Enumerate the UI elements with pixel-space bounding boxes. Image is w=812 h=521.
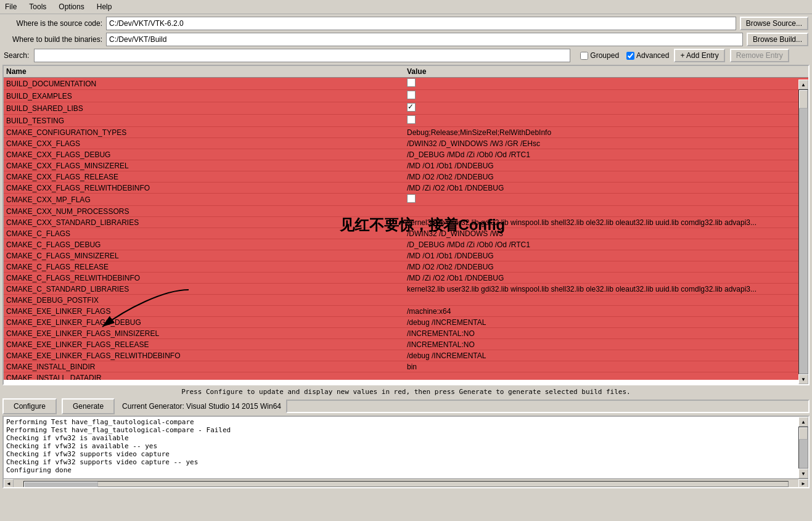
table-row[interactable]: CMAKE_C_FLAGS /DWIN32 /D_WINDOWS /W3: [4, 228, 808, 239]
table-cell-name: CMAKE_C_FLAGS_RELEASE: [6, 263, 407, 271]
scroll-thumb[interactable]: [799, 90, 808, 109]
build-input[interactable]: [106, 33, 743, 46]
log-scroll-track[interactable]: [798, 427, 808, 469]
scroll-down-arrow[interactable]: ▼: [798, 374, 808, 384]
menu-tools[interactable]: Tools: [27, 1, 49, 12]
table-row[interactable]: CMAKE_CONFIGURATION_TYPESDebug;Release;M…: [4, 127, 808, 138]
table-cell-name: CMAKE_CXX_NUM_PROCESSORS: [6, 207, 407, 216]
build-row: Where to build the binaries: Browse Buil…: [4, 33, 808, 46]
table-cell-name: CMAKE_EXE_LINKER_FLAGS_MINSIZEREL: [6, 329, 407, 338]
table-row[interactable]: CMAKE_CXX_FLAGS_DEBUG/D_DEBUG /MDd /Zi /…: [4, 149, 808, 160]
table-row[interactable]: CMAKE_EXE_LINKER_FLAGS_RELEASE/INCREMENT…: [4, 339, 808, 350]
table-cell-value: /debug /INCREMENTAL: [407, 318, 806, 327]
browse-source-button[interactable]: Browse Source...: [740, 17, 808, 30]
table-row[interactable]: CMAKE_EXE_LINKER_FLAGS_RELWITHDEBINFO/de…: [4, 350, 808, 361]
checkbox-icon[interactable]: [407, 78, 416, 87]
grouped-label: Grouped: [590, 51, 619, 60]
log-scroll-down[interactable]: ▼: [798, 469, 808, 478]
scroll-right-arrow[interactable]: ►: [798, 479, 808, 489]
table-row[interactable]: CMAKE_EXE_LINKER_FLAGS /machine:x64: [4, 306, 808, 317]
table-cell-name: BUILD_DOCUMENTATION: [6, 80, 407, 88]
scroll-up-arrow[interactable]: ▲: [798, 80, 808, 89]
table-row[interactable]: CMAKE_C_FLAGS_DEBUG/D_DEBUG /MDd /Zi /Ob…: [4, 239, 808, 250]
table-cell-value: /DWIN32 /D_WINDOWS /W3 /GR /EHsc: [407, 139, 806, 148]
status-bar: Press Configure to update and display ne…: [2, 387, 810, 397]
generate-button[interactable]: Generate: [62, 398, 115, 414]
log-scroll-thumb[interactable]: [799, 427, 808, 440]
table-row[interactable]: CMAKE_DEBUG_POSTFIX: [4, 295, 808, 306]
scroll-track[interactable]: [798, 89, 808, 374]
log-line: Configuring done: [6, 466, 806, 474]
table-row[interactable]: BUILD_TESTING: [4, 115, 808, 127]
table-row[interactable]: CMAKE_C_FLAGS_RELWITHDEBINFO/MD /Zi /O2 …: [4, 273, 808, 284]
advanced-checkbox-item: Advanced: [626, 51, 669, 60]
table-cell-name: CMAKE_CXX_FLAGS_MINSIZEREL: [6, 162, 407, 170]
table-cell-value: [407, 78, 806, 89]
log-scrollbar-horizontal: ◄ ►: [4, 478, 808, 488]
table-cell-value: /machine:x64: [407, 307, 806, 316]
log-scroll-up[interactable]: ▲: [798, 417, 808, 427]
checkbox-group: Grouped Advanced: [580, 51, 669, 60]
search-input[interactable]: [34, 49, 570, 62]
checkbox-icon[interactable]: [407, 91, 416, 99]
table-cell-name: CMAKE_INSTALL_BINDIR: [6, 363, 407, 371]
log-scrollbar-right: ▲ ▼: [798, 417, 808, 478]
browse-build-button[interactable]: Browse Build...: [747, 33, 808, 46]
table-cell-value: [407, 103, 806, 113]
menu-help[interactable]: Help: [94, 1, 115, 12]
table-cell-name: CMAKE_CONFIGURATION_TYPES: [6, 128, 407, 137]
table-row[interactable]: CMAKE_INSTALL_BINDIRbin: [4, 361, 808, 372]
table-cell-value: /INCREMENTAL:NO: [407, 340, 806, 349]
table-row[interactable]: CMAKE_C_STANDARD_LIBRARIESkernel32.lib u…: [4, 284, 808, 295]
menu-file[interactable]: File: [2, 1, 19, 12]
table-row[interactable]: CMAKE_CXX_STANDARD_LIBRARIESkernel32.lib…: [4, 217, 808, 228]
table-row[interactable]: CMAKE_CXX_FLAGS_RELEASE/MD /O2 /Ob2 /DND…: [4, 171, 808, 183]
table-cell-name: BUILD_TESTING: [6, 117, 407, 125]
table-cell-name: CMAKE_CXX_FLAGS_RELEASE: [6, 173, 407, 181]
table-row[interactable]: CMAKE_C_FLAGS_MINSIZEREL/MD /O1 /Ob1 /DN…: [4, 250, 808, 261]
table-row[interactable]: CMAKE_CXX_MP_FLAG: [4, 194, 808, 206]
toolbar: Where is the source code: Browse Source.…: [0, 14, 812, 65]
table-row[interactable]: CMAKE_EXE_LINKER_FLAGS_DEBUG/debug /INCR…: [4, 317, 808, 328]
table-cell-name: CMAKE_CXX_STANDARD_LIBRARIES: [6, 218, 407, 227]
progress-bar: [286, 400, 810, 413]
table-body[interactable]: BUILD_DOCUMENTATIONBUILD_EXAMPLESBUILD_S…: [4, 78, 808, 380]
table-cell-value: [407, 194, 806, 205]
log-body[interactable]: Performing Test have_flag_tautological-c…: [4, 417, 808, 478]
advanced-checkbox[interactable]: [626, 52, 634, 60]
scroll-left-arrow[interactable]: ◄: [4, 479, 14, 489]
table-row[interactable]: CMAKE_C_FLAGS_RELEASE/MD /O2 /Ob2 /DNDEB…: [4, 261, 808, 273]
configure-button[interactable]: Configure: [2, 398, 57, 414]
table-row[interactable]: BUILD_DOCUMENTATION: [4, 78, 808, 90]
table-cell-name: CMAKE_CXX_FLAGS: [6, 139, 407, 148]
table-row[interactable]: BUILD_EXAMPLES: [4, 90, 808, 102]
table-cell-value: kernel32.lib user32.lib gdi32.lib winspo…: [407, 218, 806, 227]
table-row[interactable]: CMAKE_CXX_FLAGS_MINSIZEREL/MD /O1 /Ob1 /…: [4, 160, 808, 171]
scrollbar-track-h[interactable]: [23, 481, 789, 487]
table-row[interactable]: CMAKE_INSTALL_DATADIR: [4, 372, 808, 380]
table-cell-value: /MD /O2 /Ob2 /DNDEBUG: [407, 173, 806, 181]
scrollbar-thumb-h[interactable]: [24, 482, 98, 488]
main-table-container: Name Value BUILD_DOCUMENTATIONBUILD_EXAM…: [2, 65, 810, 385]
menu-options[interactable]: Options: [56, 1, 86, 12]
table-row[interactable]: CMAKE_CXX_NUM_PROCESSORS: [4, 206, 808, 217]
log-line: Checking if vfw32 is available -- yes: [6, 442, 806, 450]
bottom-toolbar: Configure Generate Current Generator: Vi…: [2, 398, 810, 414]
table-row[interactable]: BUILD_SHARED_LIBS: [4, 102, 808, 115]
table-row[interactable]: CMAKE_EXE_LINKER_FLAGS_MINSIZEREL/INCREM…: [4, 328, 808, 339]
search-row: Search: Grouped Advanced + Add Entry Rem…: [4, 49, 808, 62]
table-cell-name: CMAKE_CXX_FLAGS_RELWITHDEBINFO: [6, 184, 407, 192]
table-cell-name: CMAKE_INSTALL_DATADIR: [6, 374, 407, 380]
table-row[interactable]: CMAKE_CXX_FLAGS /DWIN32 /D_WINDOWS /W3 /…: [4, 138, 808, 149]
table-cell-name: CMAKE_C_FLAGS_DEBUG: [6, 240, 407, 249]
menu-bar: File Tools Options Help: [0, 0, 812, 14]
checkbox-icon[interactable]: [407, 194, 416, 203]
table-cell-name: CMAKE_EXE_LINKER_FLAGS_DEBUG: [6, 318, 407, 327]
source-input[interactable]: [106, 17, 736, 30]
checkbox-icon[interactable]: [407, 115, 416, 124]
checkbox-checked-icon[interactable]: [407, 103, 416, 112]
table-row[interactable]: CMAKE_CXX_FLAGS_RELWITHDEBINFO/MD /Zi /O…: [4, 183, 808, 194]
remove-entry-button[interactable]: Remove Entry: [730, 49, 789, 62]
grouped-checkbox[interactable]: [580, 52, 588, 60]
add-entry-button[interactable]: + Add Entry: [674, 49, 724, 62]
